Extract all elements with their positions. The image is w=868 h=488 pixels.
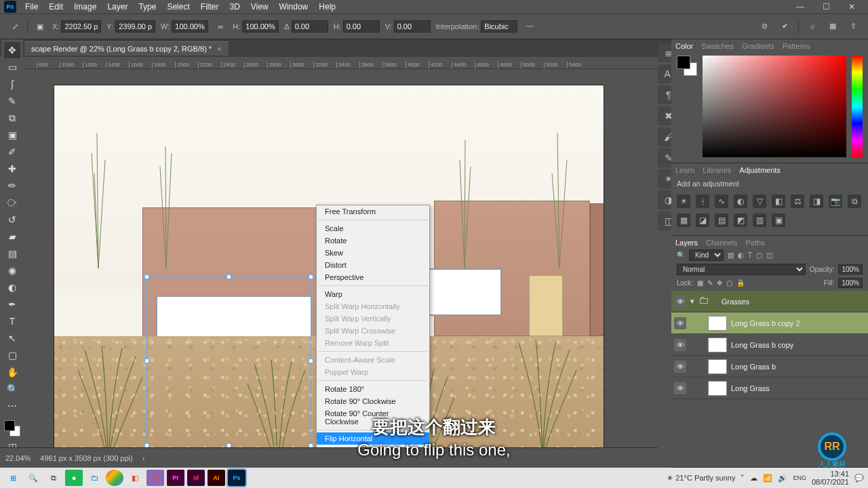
- adj-curves-icon[interactable]: ∿: [715, 195, 728, 208]
- fg-color-swatch[interactable]: [677, 56, 690, 69]
- menu-image[interactable]: Image: [69, 1, 101, 13]
- eraser-tool[interactable]: ▰: [4, 228, 20, 245]
- lock-pos-icon[interactable]: ✥: [717, 279, 722, 287]
- tab-swatches[interactable]: Swatches: [701, 42, 734, 50]
- visibility-toggle-icon[interactable]: 👁: [674, 382, 686, 394]
- tray-notifications-icon[interactable]: 💬: [854, 474, 864, 483]
- layer-thumbnail[interactable]: [708, 359, 727, 374]
- healing-tool[interactable]: ✚: [4, 161, 20, 177]
- opacity-field[interactable]: 100%: [838, 264, 863, 274]
- taskbar-app-indesign[interactable]: Id: [187, 470, 205, 486]
- close-button[interactable]: ✕: [840, 1, 864, 13]
- menu-file[interactable]: File: [20, 1, 43, 13]
- hand-tool[interactable]: ✋: [4, 364, 20, 380]
- hue-slider[interactable]: [852, 56, 863, 157]
- adj-color-lookup-icon[interactable]: ▦: [677, 214, 690, 227]
- link-wh-icon[interactable]: ∞: [214, 20, 227, 33]
- system-tray[interactable]: ☀ 21°C Partly sunny ˄ ☁ 📶 🔊 ENG 13:41 08…: [667, 470, 864, 486]
- adj-threshold-icon[interactable]: ◩: [734, 214, 747, 227]
- close-icon[interactable]: ×: [217, 45, 221, 53]
- lock-artboard-icon[interactable]: ▢: [726, 279, 732, 287]
- filter-adjust-icon[interactable]: ◐: [738, 251, 744, 259]
- color-fgbg-swatch[interactable]: [677, 56, 697, 76]
- lock-trans-icon[interactable]: ▦: [697, 279, 703, 287]
- history-brush-tool[interactable]: ↺: [4, 211, 20, 228]
- adj-levels-icon[interactable]: ⟊: [696, 195, 709, 208]
- foreground-background-colors[interactable]: [3, 419, 22, 438]
- minimize-button[interactable]: —: [788, 1, 812, 13]
- lasso-tool[interactable]: ʃ: [4, 76, 20, 92]
- w-field[interactable]: 100.00%: [172, 20, 208, 33]
- taskbar-app-photoshop[interactable]: Ps: [228, 470, 245, 486]
- transform-tool-icon[interactable]: ⤢: [8, 20, 22, 33]
- ctx-skew[interactable]: Skew: [317, 247, 429, 259]
- ctx-rotate-90-cw[interactable]: Rotate 90° Clockwise: [317, 395, 429, 407]
- menu-view[interactable]: View: [246, 1, 273, 13]
- angle-field[interactable]: 0.00: [292, 20, 328, 33]
- ctx-perspective[interactable]: Perspective: [317, 271, 429, 283]
- adj-photo-filter-icon[interactable]: 📷: [829, 195, 842, 208]
- tray-cloud-icon[interactable]: ☁: [750, 474, 757, 483]
- layer-group-row[interactable]: 👁 ▾ 🗀 Grasses: [671, 291, 868, 312]
- document-info[interactable]: 4961 px x 3508 px (300 ppi): [40, 454, 132, 462]
- ctx-distort[interactable]: Distort: [317, 259, 429, 271]
- clone-tool[interactable]: ⧂: [4, 195, 20, 211]
- zoom-level[interactable]: 22.04%: [5, 454, 31, 462]
- y-field[interactable]: 2399.00 p: [115, 20, 155, 33]
- layer-name[interactable]: Long Grass b: [731, 363, 776, 371]
- adj-hue-icon[interactable]: ◧: [772, 195, 785, 208]
- layer-row[interactable]: 👁 Long Grass b copy 2: [671, 312, 868, 334]
- transform-bounding-box[interactable]: [146, 277, 311, 446]
- tab-paths[interactable]: Paths: [746, 239, 765, 247]
- menu-help[interactable]: Help: [314, 1, 340, 13]
- adj-channel-mixer-icon[interactable]: ⧉: [848, 195, 861, 208]
- h-field[interactable]: 100.00%: [242, 20, 279, 33]
- transform-handle[interactable]: [226, 274, 231, 279]
- adj-brightness-icon[interactable]: ☀: [677, 195, 690, 208]
- taskbar-app-illustrator[interactable]: Ai: [208, 470, 225, 486]
- taskbar-app-explorer[interactable]: 🗀: [85, 470, 103, 486]
- tray-time[interactable]: 13:41: [830, 470, 849, 478]
- chevron-down-icon[interactable]: ▾: [690, 297, 694, 306]
- visibility-toggle-icon[interactable]: 👁: [674, 296, 686, 308]
- frame-tool[interactable]: ▣: [4, 127, 20, 143]
- menu-window[interactable]: Window: [275, 1, 313, 13]
- taskbar-app-chrome[interactable]: [106, 470, 123, 486]
- move-tool[interactable]: ✥: [4, 42, 20, 58]
- tab-gradients[interactable]: Gradients: [742, 42, 774, 50]
- blend-mode-select[interactable]: Normal: [677, 264, 806, 275]
- layer-name[interactable]: Grasses: [722, 298, 749, 306]
- menu-filter[interactable]: Filter: [196, 1, 224, 13]
- start-button[interactable]: ⊞: [4, 470, 22, 486]
- commit-transform-icon[interactable]: ✔: [778, 19, 791, 33]
- tab-layers[interactable]: Layers: [675, 239, 698, 247]
- windows-taskbar[interactable]: ⊞ 🔍 ⧉ ● 🗀 ◧ ✿ Pr Id Ai Ps ☀ 21°C Partly …: [0, 468, 868, 488]
- ctx-flip-horizontal[interactable]: Flip Horizontal: [317, 432, 429, 445]
- filter-shape-icon[interactable]: ▢: [756, 251, 762, 259]
- layer-thumbnail[interactable]: [708, 316, 727, 331]
- lock-pixel-icon[interactable]: ✎: [707, 279, 713, 287]
- ctx-rotate-90-ccw[interactable]: Rotate 90° Counter Clockwise: [317, 407, 429, 428]
- eyedropper-tool[interactable]: ✐: [4, 144, 20, 160]
- tab-color[interactable]: Color: [675, 42, 693, 50]
- filter-smart-icon[interactable]: ◫: [766, 251, 772, 259]
- layer-row[interactable]: 👁 Long Grass: [671, 378, 868, 399]
- zoom-tool[interactable]: 🔍: [4, 381, 20, 397]
- pen-tool[interactable]: ✒: [4, 296, 20, 312]
- ctx-rotate[interactable]: Rotate: [317, 235, 429, 247]
- gradient-tool[interactable]: ▤: [4, 245, 20, 262]
- skewh-field[interactable]: 0.00: [343, 20, 380, 33]
- cancel-transform-icon[interactable]: ⊘: [757, 19, 771, 33]
- color-field[interactable]: [703, 56, 846, 157]
- taskbar-search-icon[interactable]: 🔍: [24, 470, 42, 486]
- taskbar-app-spotify[interactable]: ●: [65, 470, 83, 486]
- ctx-free-transform[interactable]: Free Transform: [317, 205, 429, 218]
- tray-volume-icon[interactable]: 🔊: [778, 474, 787, 483]
- menu-3d[interactable]: 3D: [224, 1, 244, 13]
- blur-tool[interactable]: ◉: [4, 262, 20, 279]
- layer-name[interactable]: Long Grass b copy 2: [731, 319, 800, 327]
- layer-thumbnail[interactable]: [708, 338, 727, 352]
- filter-pixel-icon[interactable]: ▧: [728, 251, 734, 259]
- menu-edit[interactable]: Edit: [44, 1, 68, 13]
- dodge-tool[interactable]: ◐: [4, 279, 20, 296]
